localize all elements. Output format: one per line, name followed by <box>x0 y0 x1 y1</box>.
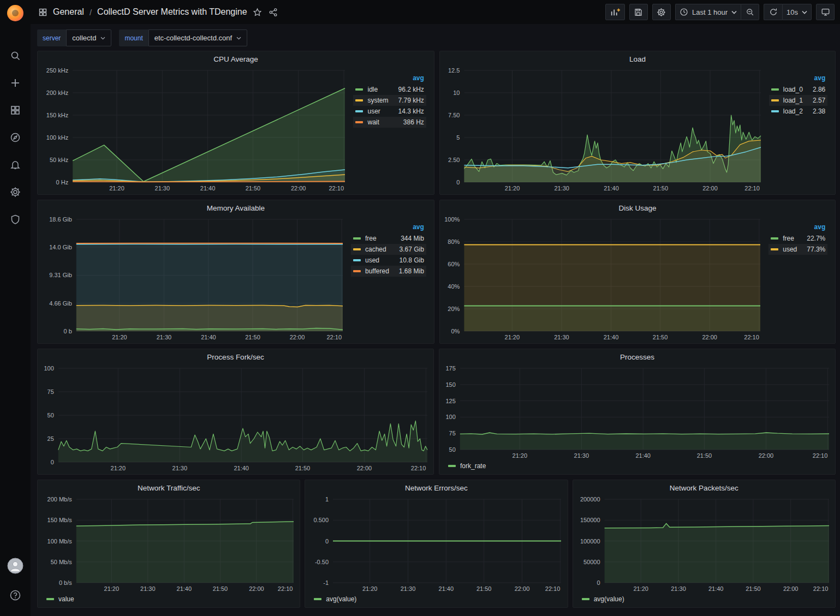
time-series-graph[interactable]: 10.5000-0.50-121:2021:3021:4021:5022:002… <box>307 495 565 594</box>
time-series-graph[interactable]: 100755025021:2021:3021:4021:5022:0022:10 <box>40 364 431 473</box>
variable-server[interactable]: server collectd <box>37 29 111 46</box>
svg-text:21:20: 21:20 <box>104 585 120 592</box>
svg-text:9.31 Gib: 9.31 Gib <box>49 272 72 278</box>
configuration-button[interactable] <box>4 181 26 203</box>
user-profile-button[interactable] <box>4 555 26 577</box>
panel-title[interactable]: Processes <box>439 349 835 364</box>
legend-avg-header[interactable]: avg <box>768 222 827 233</box>
legend-item-buffered[interactable]: buffered1.68 Mib <box>351 266 426 277</box>
svg-text:22:10: 22:10 <box>744 334 759 340</box>
help-button[interactable] <box>4 584 26 606</box>
legend-item-value[interactable]: value <box>46 595 74 603</box>
svg-text:21:20: 21:20 <box>109 185 124 192</box>
legend-item-avg(value)[interactable]: avg(value) <box>582 595 624 603</box>
cycle-view-button[interactable] <box>816 4 835 20</box>
time-series-graph[interactable]: 100%80%60%40%20%0%21:2021:3021:4021:5022… <box>442 216 764 342</box>
server-admin-button[interactable] <box>4 208 26 230</box>
panel-title[interactable]: Memory Available <box>38 200 434 216</box>
svg-text:21:20: 21:20 <box>504 334 520 340</box>
zoom-out-button[interactable] <box>741 4 759 20</box>
variable-value-dropdown[interactable]: etc-collectd-collectd.conf <box>148 29 247 46</box>
share-icon[interactable] <box>269 8 278 17</box>
svg-text:21:20: 21:20 <box>505 185 520 192</box>
series-color-swatch <box>771 110 779 112</box>
panel-title[interactable]: Load <box>440 51 835 67</box>
time-series-graph[interactable]: 175150125100755021:2021:3021:4021:5022:0… <box>442 364 833 460</box>
alerting-button[interactable] <box>4 154 26 176</box>
refresh-interval-dropdown[interactable]: 10s <box>782 4 812 20</box>
panel-title[interactable]: CPU Average <box>38 51 434 67</box>
legend-item-wait[interactable]: wait386 Hz <box>353 117 426 128</box>
svg-text:22:00: 22:00 <box>702 185 718 192</box>
panel-title[interactable]: Network Packets/sec <box>573 480 835 495</box>
legend-item-user[interactable]: user14.3 kHz <box>353 106 426 117</box>
time-range-picker[interactable]: Last 1 hour <box>675 4 741 20</box>
breadcrumb: General / CollectD Server Metrics with T… <box>38 7 247 17</box>
svg-text:100000: 100000 <box>580 538 600 545</box>
time-series-graph[interactable]: 12.5107.5052.50021:2021:3021:4021:5022:0… <box>442 67 765 193</box>
series-avg-value: 7.79 kHz <box>389 97 424 104</box>
legend-item-used[interactable]: used10.8 Gib <box>351 255 426 266</box>
breadcrumb-separator: / <box>90 8 92 17</box>
variable-mount[interactable]: mount etc-collectd-collectd.conf <box>119 29 247 46</box>
svg-text:21:50: 21:50 <box>246 185 261 192</box>
series-name: free <box>783 235 794 242</box>
panel-processes: Processes 175150125100755021:2021:3021:4… <box>439 349 836 475</box>
legend-item-load_2[interactable]: load_22.38 <box>769 106 827 117</box>
series-avg-value: 386 Hz <box>394 118 424 126</box>
refresh-button[interactable] <box>764 4 782 20</box>
dashboard-title[interactable]: CollectD Server Metrics with TDengine <box>97 7 247 17</box>
search-button[interactable] <box>4 45 26 67</box>
svg-text:21:50: 21:50 <box>213 585 228 592</box>
legend-item-load_0[interactable]: load_02.86 <box>769 84 827 95</box>
panel-title[interactable]: Disk Usage <box>440 200 835 216</box>
panel-title[interactable]: Network Traffic/sec <box>38 480 300 495</box>
time-series-graph[interactable]: 250 kHz200 kHz150 kHz100 kHz50 kHz0 Hz21… <box>40 67 349 193</box>
graph-legend: fork_rate <box>442 460 833 473</box>
svg-text:200 Mb/s: 200 Mb/s <box>47 496 73 503</box>
grafana-logo[interactable] <box>0 0 31 26</box>
add-panel-button[interactable] <box>605 4 625 20</box>
search-icon <box>10 50 21 61</box>
star-favorite-icon[interactable] <box>253 8 262 17</box>
svg-text:25: 25 <box>47 435 54 442</box>
time-series-graph[interactable]: 18.6 Gib14.0 Gib9.31 Gib4.66 Gib0 b21:20… <box>40 216 347 342</box>
series-avg-value: 2.57 <box>803 97 825 104</box>
create-button[interactable] <box>4 72 26 94</box>
variable-value-dropdown[interactable]: collectd <box>66 29 111 46</box>
explore-button[interactable] <box>4 127 26 148</box>
breadcrumb-folder[interactable]: General <box>53 7 84 17</box>
panel-title[interactable]: Network Errors/sec <box>305 480 567 495</box>
time-series-graph[interactable]: 20000015000010000050000021:2021:3021:402… <box>575 495 833 594</box>
panel-network-errors: Network Errors/sec 10.5000-0.50-121:2021… <box>305 480 568 608</box>
series-color-swatch <box>771 99 779 101</box>
svg-text:50000: 50000 <box>583 559 600 565</box>
legend-item-avg(value)[interactable]: avg(value) <box>314 595 356 603</box>
dashboards-button[interactable] <box>4 99 26 121</box>
legend-avg-header[interactable]: avg <box>769 73 827 84</box>
legend-item-system[interactable]: system7.79 kHz <box>353 95 426 106</box>
save-dashboard-button[interactable] <box>629 4 648 20</box>
svg-text:21:40: 21:40 <box>439 585 454 592</box>
legend-item-fork_rate[interactable]: fork_rate <box>448 462 486 470</box>
series-name: avg(value) <box>326 595 356 603</box>
legend-item-cached[interactable]: cached3.67 Gib <box>351 244 426 255</box>
svg-text:21:40: 21:40 <box>604 185 619 192</box>
panel-title[interactable]: Process Fork/sec <box>38 349 433 364</box>
panel-memory-available: Memory Available 18.6 Gib14.0 Gib9.31 Gi… <box>37 200 434 344</box>
legend-item-load_1[interactable]: load_12.57 <box>769 95 827 106</box>
svg-text:22:00: 22:00 <box>783 585 799 592</box>
legend-avg-header[interactable]: avg <box>351 222 426 233</box>
legend-item-idle[interactable]: idle96.2 kHz <box>353 84 426 95</box>
add-panel-icon <box>610 7 621 17</box>
legend-item-used[interactable]: used77.3% <box>768 244 827 255</box>
legend-item-free[interactable]: free344 Mib <box>351 233 426 244</box>
legend-avg-header[interactable]: avg <box>353 73 426 84</box>
dashboard-settings-button[interactable] <box>652 4 671 20</box>
clock-icon <box>680 8 688 16</box>
svg-text:80%: 80% <box>448 238 460 245</box>
caret-down-icon <box>236 37 241 40</box>
time-series-graph[interactable]: 200 Mb/s150 Mb/s100 Mb/s50 Mb/s0 b/s21:2… <box>40 495 297 594</box>
legend-item-free[interactable]: free22.7% <box>768 233 827 244</box>
graph-legend: avgfree344 Mibcached3.67 Gibused10.8 Gib… <box>347 216 432 342</box>
